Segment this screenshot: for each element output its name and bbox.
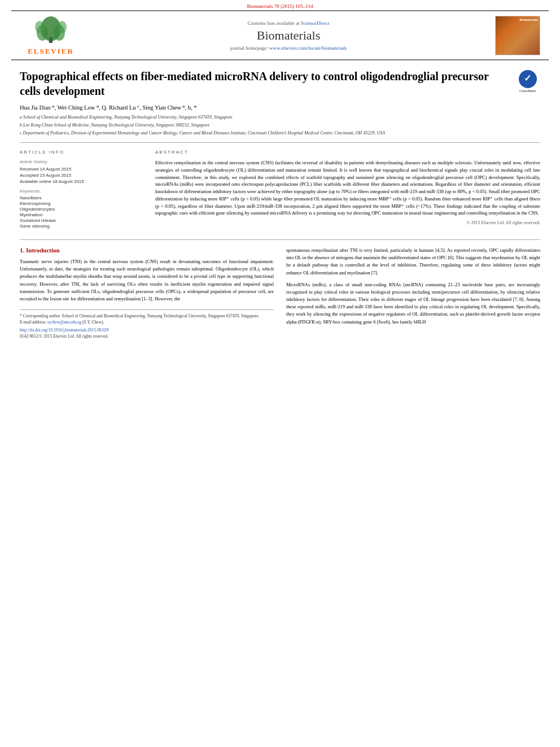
- svg-point-5: [58, 21, 67, 33]
- introduction-columns: 1. Introduction Traumatic nerve injuries…: [20, 247, 540, 339]
- elsevier-brand-text: ELSEVIER: [28, 47, 74, 56]
- journal-center: Contents lists available at ScienceDirec…: [85, 20, 492, 51]
- elsevier-logo: ELSEVIER: [17, 15, 85, 56]
- keywords-label: Keywords:: [20, 189, 144, 194]
- keyword-1: Nanofibers: [20, 195, 144, 200]
- introduction-title: 1. Introduction: [20, 247, 274, 254]
- article-title-container: Topographical effects on fiber-mediated …: [20, 69, 540, 98]
- keyword-6: Gene silencing: [20, 224, 144, 229]
- article-info-header: ARTICLE INFO: [20, 150, 144, 155]
- abstract-header: ABSTRACT: [155, 150, 540, 155]
- abstract-text: Effective remyelination in the central n…: [155, 159, 540, 217]
- elsevier-tree-icon: [31, 15, 71, 46]
- body-left-column: 1. Introduction Traumatic nerve injuries…: [20, 247, 274, 339]
- affiliations: a School of Chemical and Biomedical Engi…: [20, 114, 540, 137]
- abstract-column: ABSTRACT Effective remyelination in the …: [155, 150, 540, 229]
- homepage-line: journal homepage: www.elsevier.com/locat…: [85, 45, 492, 51]
- corresponding-author-footnote: * Corresponding author. School of Chemic…: [20, 313, 274, 320]
- biomaterials-cover-image: Biomaterials: [495, 16, 540, 55]
- affiliation-a: a School of Chemical and Biomedical Engi…: [20, 114, 540, 121]
- article-info-column: ARTICLE INFO Article history: Received 1…: [20, 150, 144, 229]
- keyword-4: Myelination: [20, 212, 144, 217]
- introduction-right-text: spontaneous remyelination after TNI is v…: [286, 247, 540, 326]
- keyword-2: Electrospinning: [20, 201, 144, 206]
- citation-bar: Biomaterials 70 (2015) 105–114: [0, 0, 560, 10]
- biomaterials-cover-text: Biomaterials: [519, 18, 538, 21]
- authors-line: Hua Jia Diao ᵃ, Wei Ching Low ᵃ, Q. Rich…: [20, 104, 540, 111]
- authors-text: Hua Jia Diao ᵃ, Wei Ching Low ᵃ, Q. Rich…: [20, 104, 197, 111]
- journal-title: Biomaterials: [85, 28, 492, 43]
- introduction-left-text: Traumatic nerve injuries (TNI) in the ce…: [20, 258, 274, 303]
- history-label: Article history:: [20, 159, 144, 164]
- available-date: Available online 18 August 2015: [20, 179, 144, 184]
- introduction-section: 1. Introduction Traumatic nerve injuries…: [20, 239, 540, 339]
- svg-point-4: [35, 21, 44, 33]
- journal-logo-right: Biomaterials: [492, 16, 543, 55]
- article-title-text: Topographical effects on fiber-mediated …: [20, 70, 488, 97]
- info-abstract-columns: ARTICLE INFO Article history: Received 1…: [20, 150, 540, 229]
- affiliation-c: c Department of Pediatrics, Division of …: [20, 130, 540, 137]
- footnote-area: * Corresponding author. School of Chemic…: [20, 309, 274, 339]
- email-link[interactable]: sychew@ntu.edu.sg: [47, 320, 81, 325]
- crossmark-badge: ✓ CrossMark: [515, 69, 540, 94]
- accepted-date: Accepted 15 August 2015: [20, 173, 144, 178]
- received-date: Received 14 August 2015: [20, 167, 144, 172]
- sciencedirect-link[interactable]: ScienceDirect: [301, 20, 329, 26]
- keyword-3: Oligodendrocytes: [20, 207, 144, 212]
- crossmark-icon: ✓: [519, 70, 537, 88]
- citation-text: Biomaterials 70 (2015) 105–114: [247, 3, 313, 9]
- doi-link[interactable]: http://dx.doi.org/10.1016/j.biomaterials…: [20, 327, 274, 333]
- contents-line: Contents lists available at ScienceDirec…: [85, 20, 492, 26]
- header-divider: [20, 142, 540, 143]
- affiliation-b: b Lee Kong Chian School of Medicine, Nan…: [20, 122, 540, 129]
- crossmark-label: CrossMark: [519, 89, 536, 94]
- keyword-5: Sustained release: [20, 218, 144, 223]
- email-footnote: E-mail address: sychew@ntu.edu.sg (S.Y. …: [20, 320, 274, 326]
- copyright-line: © 2015 Elsevier Ltd. All rights reserved…: [155, 220, 540, 225]
- issn-text: 0142-9612/© 2015 Elsevier Ltd. All right…: [20, 334, 274, 339]
- journal-header: ELSEVIER Contents lists available at Sci…: [11, 10, 549, 60]
- article-content: Topographical effects on fiber-mediated …: [0, 60, 560, 347]
- keywords-section: Keywords: Nanofibers Electrospinning Oli…: [20, 189, 144, 229]
- homepage-url[interactable]: www.elsevier.com/locate/biomaterials: [269, 45, 347, 51]
- body-right-column: spontaneous remyelination after TNI is v…: [286, 247, 540, 339]
